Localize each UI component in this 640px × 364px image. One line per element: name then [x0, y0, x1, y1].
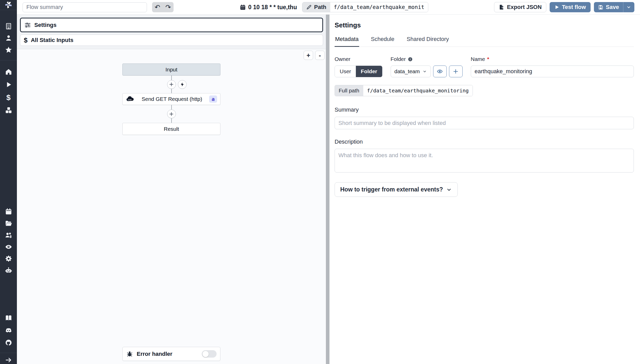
- all-static-inputs-label: All Static Inputs: [31, 37, 73, 44]
- owner-user-option[interactable]: User: [335, 66, 356, 77]
- sidebar-item-schedules[interactable]: [0, 206, 17, 218]
- play-icon: [554, 5, 559, 10]
- owner-folder-option[interactable]: Folder: [356, 66, 382, 77]
- trigger-help-label: How to trigger from external events?: [340, 186, 443, 193]
- error-handler-toggle[interactable]: [202, 350, 217, 358]
- discord-icon: [5, 327, 12, 334]
- step-node-label: Send GET Request (http): [135, 96, 209, 102]
- sidebar-item-workers[interactable]: [0, 253, 17, 265]
- folder-label: Folder: [391, 56, 406, 62]
- zoom-out-button[interactable]: -: [315, 51, 325, 60]
- flow-canvas[interactable]: + - Input: [17, 49, 326, 364]
- user-icon: [5, 34, 12, 42]
- step-node-http[interactable]: HTTP Send GET Request (http) a: [122, 93, 220, 105]
- calendar-icon: [5, 208, 12, 215]
- save-split-button: Save: [594, 2, 634, 12]
- plus-icon: [453, 68, 459, 74]
- owner-label: Owner: [335, 56, 382, 62]
- path-label: Path: [314, 4, 326, 10]
- sidebar-expand-button[interactable]: [0, 356, 17, 364]
- error-handler-item[interactable]: Error handler: [122, 347, 220, 361]
- star-icon: [5, 46, 12, 53]
- sidebar-item-assistant[interactable]: [0, 265, 17, 276]
- name-input[interactable]: [471, 66, 634, 77]
- http-cloud-icon: HTTP: [126, 96, 135, 102]
- panel-splitter[interactable]: [326, 15, 329, 364]
- sidebar-item-home[interactable]: [0, 66, 17, 78]
- folder-select[interactable]: data_team: [391, 66, 431, 77]
- plus-icon: [169, 112, 174, 116]
- sidebar-item-discord[interactable]: [0, 325, 17, 336]
- sidebar-item-user[interactable]: [0, 32, 17, 44]
- sidebar-item-variables[interactable]: $: [0, 92, 17, 103]
- windmill-logo[interactable]: [0, 0, 17, 10]
- add-trigger-button[interactable]: [178, 80, 187, 89]
- save-label: Save: [606, 4, 619, 10]
- export-json-button[interactable]: Export JSON: [494, 2, 546, 12]
- add-step-button[interactable]: [167, 80, 176, 89]
- save-dropdown-button[interactable]: [623, 2, 634, 12]
- play-icon: [5, 81, 12, 88]
- sliders-icon: [24, 22, 31, 28]
- plus-icon: [169, 82, 174, 87]
- step-id-badge: a: [209, 95, 217, 103]
- flow-settings-label: Settings: [34, 22, 57, 28]
- flow-summary-input[interactable]: [23, 2, 147, 12]
- tab-schedule[interactable]: Schedule: [370, 36, 395, 47]
- redo-button[interactable]: ↷: [163, 2, 174, 12]
- tab-metadata[interactable]: Metadata: [335, 36, 359, 47]
- folder-label-row: Folder: [391, 56, 463, 62]
- description-textarea[interactable]: [335, 149, 634, 173]
- path-badge[interactable]: Path f/data_team/earthquake_monit: [302, 2, 428, 12]
- settings-panel-title: Settings: [335, 21, 634, 29]
- toggle-knob: [202, 351, 209, 357]
- zoom-in-button[interactable]: +: [304, 51, 313, 60]
- add-step-button[interactable]: [167, 110, 176, 118]
- info-icon: [408, 57, 413, 62]
- sidebar-item-github[interactable]: [0, 337, 17, 349]
- sidebar-item-audit-logs[interactable]: [0, 241, 17, 253]
- sidebar-item-folders[interactable]: [0, 218, 17, 229]
- sidebar-item-favorites[interactable]: [0, 44, 17, 56]
- dollar-icon: $: [6, 93, 11, 102]
- undo-button[interactable]: ↶: [152, 2, 163, 12]
- connector-1: [122, 76, 220, 93]
- full-path-display: Full path f/data_team/earthquake_monitor…: [335, 85, 473, 96]
- full-path-value: f/data_team/earthquake_monitoring: [363, 85, 473, 96]
- name-label-row: Name *: [471, 56, 634, 62]
- file-export-icon: [499, 4, 504, 10]
- book-icon: [5, 314, 12, 322]
- result-node[interactable]: Result: [122, 123, 220, 135]
- schedule-summary[interactable]: 0 10 18 * * tue,thu: [240, 4, 297, 11]
- summary-input[interactable]: [335, 117, 634, 129]
- trigger-help-button[interactable]: How to trigger from external events?: [335, 182, 458, 197]
- required-asterisk: *: [487, 56, 489, 62]
- users-cog-icon: [5, 231, 12, 239]
- tab-shared-directory[interactable]: Shared Directory: [406, 36, 449, 47]
- connector-2: [122, 105, 220, 123]
- test-flow-button[interactable]: Test flow: [550, 2, 591, 12]
- flow-settings-item[interactable]: Settings: [20, 18, 323, 32]
- save-button[interactable]: Save: [594, 2, 623, 12]
- flow-graph: Input: [122, 63, 220, 135]
- home-icon: [5, 68, 12, 76]
- path-value[interactable]: f/data_team/earthquake_monit: [330, 2, 428, 12]
- eye-icon: [5, 243, 12, 251]
- view-folder-button[interactable]: [433, 66, 447, 77]
- summary-label: Summary: [335, 106, 634, 113]
- input-node[interactable]: Input: [122, 63, 220, 76]
- all-static-inputs-item[interactable]: $ All Static Inputs: [20, 35, 323, 46]
- chevron-down-icon: [626, 5, 631, 10]
- sidebar-item-groups[interactable]: [0, 229, 17, 241]
- topbar-actions: Export JSON Test flow Sav: [494, 2, 634, 12]
- calendar-icon: [240, 4, 246, 10]
- flow-editor-panel: Settings $ All Static Inputs + - Input: [17, 15, 326, 364]
- sidebar-item-docs[interactable]: [0, 312, 17, 324]
- sidebar-item-resources[interactable]: [0, 104, 17, 116]
- svg-text:HTTP: HTTP: [128, 99, 132, 101]
- sidebar-item-runs[interactable]: [0, 79, 17, 91]
- sidebar-item-workspace[interactable]: [0, 20, 17, 32]
- save-icon: [598, 5, 603, 10]
- create-folder-button[interactable]: [449, 66, 463, 77]
- owner-field: Owner User Folder: [335, 56, 382, 77]
